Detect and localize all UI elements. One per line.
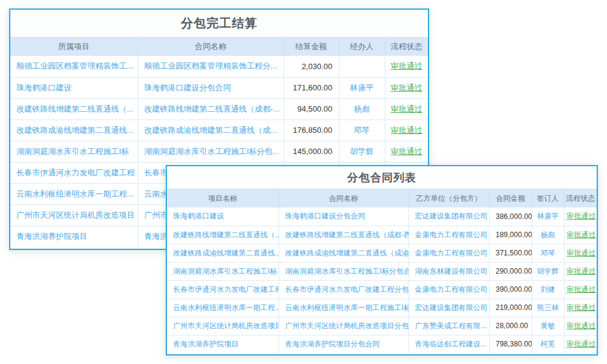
party-b-cell[interactable]: 宏达建设集团有限公司 — [409, 298, 489, 317]
amount-cell: 176,850.00 — [283, 120, 339, 141]
project-cell[interactable]: 广州市天河区统计局机房改造项目 — [10, 204, 138, 226]
project-cell[interactable]: 湖南洞庭湖水库引水工程施工I标 — [10, 141, 138, 162]
project-cell[interactable]: 珠海鹤港口建设 — [167, 207, 279, 226]
amount-cell: 290,000.00 — [489, 262, 532, 280]
column-header-signer: 签订人 — [532, 189, 564, 207]
contract-cell[interactable]: 云南水利枢纽潜明水库一期工程施工I标... — [279, 298, 409, 317]
column-header-contract-name: 合同名称 — [279, 189, 409, 207]
amount-cell: 94,500.00 — [283, 98, 339, 120]
status-cell[interactable]: 审批通过 — [385, 56, 428, 77]
party-b-cell[interactable]: 金康电力工程有限公司 — [409, 226, 489, 244]
status-cell[interactable]: 审批通过 — [564, 280, 597, 298]
column-header-project: 所属项目 — [10, 38, 138, 56]
table-row: 改建铁路线增建第二线直通线（...改建铁路线增建第二线直通线（成都-...94,… — [10, 98, 428, 120]
column-header-flow-status: 流程状态 — [564, 189, 597, 207]
amount-cell: 219,000.00 — [489, 298, 532, 317]
amount-cell: 390,000.00 — [489, 280, 532, 298]
contract-list-card: 分包合同列表 项目名称 合同名称 乙方单位（分包方） 合同金额 签订人 流程状态… — [166, 165, 598, 356]
handler-cell[interactable]: 胡学辉 — [339, 141, 385, 162]
signer-cell[interactable]: 黄敏 — [532, 317, 564, 335]
contract-cell[interactable]: 湖南洞庭湖水库引水工程施工I标分包... — [138, 141, 283, 162]
signer-cell[interactable]: 杨彪 — [532, 226, 564, 244]
contract-cell[interactable]: 湖南洞庭湖水库引水工程施工I标分包合同 — [279, 262, 409, 280]
handler-cell[interactable]: 林康平 — [339, 77, 385, 98]
contract-list-title: 分包合同列表 — [167, 166, 597, 189]
status-cell[interactable]: 审批通过 — [385, 77, 428, 98]
contract-cell[interactable]: 改建铁路成渝线增建第二直通线（成渝... — [279, 244, 409, 262]
column-header-project-name: 项目名称 — [167, 189, 279, 207]
project-cell[interactable]: 改建铁路线增建第二线直通线（... — [10, 98, 138, 120]
table-row: 改建铁路线增建第二线直通线（...改建铁路线增建第二线直通线（成都-西...金康… — [167, 226, 597, 244]
table-row: 珠海鹤港口建设珠海鹤港口建设分包合同宏达建设集团有限公司386,000.00林康… — [167, 207, 597, 226]
signer-cell[interactable]: 林康平 — [532, 207, 564, 226]
project-cell[interactable]: 长春市伊通河水力发电厂改建工程 — [10, 162, 138, 183]
amount-cell: 171,600.00 — [283, 77, 339, 98]
project-cell[interactable]: 改建铁路成渝线增建第二直通线... — [167, 244, 279, 262]
contract-cell[interactable]: 珠海鹤港口建设分包合同 — [138, 77, 283, 98]
status-cell[interactable]: 审批通过 — [385, 98, 428, 120]
party-b-cell[interactable]: 湖南东林建设有限公司 — [409, 262, 489, 280]
column-header-amount: 结算金额 — [283, 38, 339, 56]
table-row: 顺德工业园区档案管理精装饰工...顺德工业园区档案管理精装饰工程分...2,03… — [10, 56, 428, 77]
amount-cell: 371,500.00 — [489, 244, 532, 262]
project-cell[interactable]: 珠海鹤港口建设 — [10, 77, 138, 98]
status-cell[interactable]: 审批通过 — [564, 207, 597, 226]
project-cell[interactable]: 湖南洞庭湖水库引水工程施工I标 — [167, 262, 279, 280]
party-b-cell[interactable]: 金康电力工程有限公司 — [409, 244, 489, 262]
contract-cell[interactable]: 改建铁路线增建第二线直通线（成都-西... — [279, 226, 409, 244]
project-cell[interactable]: 青海洪湖养护院项目 — [167, 335, 279, 353]
table-row: 湖南洞庭湖水库引水工程施工I标湖南洞庭湖水库引水工程施工I标分包合同湖南东林建设… — [167, 262, 597, 280]
contract-cell[interactable]: 广州市天河区统计局机房改造项目分包... — [279, 317, 409, 335]
project-cell[interactable]: 改建铁路线增建第二线直通线（... — [167, 226, 279, 244]
project-cell[interactable]: 改建铁路成渝线增建第二直通线... — [10, 120, 138, 141]
status-cell[interactable]: 审批通过 — [564, 335, 597, 353]
project-cell[interactable]: 云南水利枢纽潜明水库一期工程... — [167, 298, 279, 317]
status-cell[interactable]: 审批通过 — [564, 262, 597, 280]
amount-cell: 145,000.00 — [283, 141, 339, 162]
amount-cell: 28,000.00 — [489, 317, 532, 335]
table-row: 长春市伊通河水力发电厂改建工程长春市伊通河水力发电厂改建工程分包...金康电力工… — [167, 280, 597, 298]
amount-cell: 386,000.00 — [489, 207, 532, 226]
table-row: 改建铁路成渝线增建第二直通线...改建铁路成渝线增建第二直通线（成渝...金康电… — [167, 244, 597, 262]
project-cell[interactable]: 顺德工业园区档案管理精装饰工... — [10, 56, 138, 77]
project-cell[interactable]: 青海洪湖养护院项目 — [10, 226, 138, 247]
project-cell[interactable]: 云南水利枢纽潜明水库一期工程... — [10, 183, 138, 204]
status-cell[interactable]: 审批通过 — [564, 244, 597, 262]
handler-cell[interactable]: 杨彪 — [339, 98, 385, 120]
contract-cell[interactable]: 长春市伊通河水力发电厂改建工程分包... — [279, 280, 409, 298]
status-cell[interactable]: 审批通过 — [385, 120, 428, 141]
party-b-cell[interactable]: 金康电力工程有限公司 — [409, 280, 489, 298]
amount-cell: 798,380.00 — [489, 335, 532, 353]
contract-cell[interactable]: 改建铁路成渝线增建第二直通线（成... — [138, 120, 283, 141]
party-b-cell[interactable]: 宏达建设集团有限公司 — [409, 207, 489, 226]
handler-cell — [339, 56, 385, 77]
party-b-cell[interactable]: 青海临达创工程建设... — [409, 335, 489, 353]
contract-cell[interactable]: 青海洪湖养护院项目分包合同 — [279, 335, 409, 353]
project-cell[interactable]: 广州市天河区统计局机房改造项目 — [167, 317, 279, 335]
signer-cell[interactable]: 刘健 — [532, 280, 564, 298]
table-row: 广州市天河区统计局机房改造项目广州市天河区统计局机房改造项目分包...广东赞美成… — [167, 317, 597, 335]
status-cell[interactable]: 审批通过 — [564, 226, 597, 244]
table-row: 湖南洞庭湖水库引水工程施工I标湖南洞庭湖水库引水工程施工I标分包...145,0… — [10, 141, 428, 162]
status-cell[interactable]: 审批通过 — [385, 141, 428, 162]
table-row: 改建铁路成渝线增建第二直通线...改建铁路成渝线增建第二直通线（成...176,… — [10, 120, 428, 141]
signer-cell[interactable]: 柯英 — [532, 335, 564, 353]
status-cell[interactable]: 审批通过 — [564, 298, 597, 317]
settlement-header-row: 所属项目 合同名称 结算金额 经办人 流程状态 — [10, 38, 428, 56]
table-row: 珠海鹤港口建设珠海鹤港口建设分包合同171,600.00林康平审批通过 — [10, 77, 428, 98]
contract-cell[interactable]: 珠海鹤港口建设分包合同 — [279, 207, 409, 226]
handler-cell[interactable]: 邓琴 — [339, 120, 385, 141]
signer-cell[interactable]: 胡学辉 — [532, 262, 564, 280]
contract-header-row: 项目名称 合同名称 乙方单位（分包方） 合同金额 签订人 流程状态 — [167, 189, 597, 207]
project-cell[interactable]: 长春市伊通河水力发电厂改建工程 — [167, 280, 279, 298]
status-cell[interactable]: 审批通过 — [564, 317, 597, 335]
amount-cell: 2,030.00 — [283, 56, 339, 77]
column-header-contract: 合同名称 — [138, 38, 283, 56]
party-b-cell[interactable]: 广东赞美成工程有限... — [409, 317, 489, 335]
contract-cell[interactable]: 顺德工业园区档案管理精装饰工程分... — [138, 56, 283, 77]
signer-cell[interactable]: 熊三林 — [532, 298, 564, 317]
settlement-table-title: 分包完工结算 — [10, 10, 428, 38]
contract-cell[interactable]: 改建铁路线增建第二线直通线（成都-... — [138, 98, 283, 120]
signer-cell[interactable]: 邓琴 — [532, 244, 564, 262]
column-header-handler: 经办人 — [339, 38, 385, 56]
